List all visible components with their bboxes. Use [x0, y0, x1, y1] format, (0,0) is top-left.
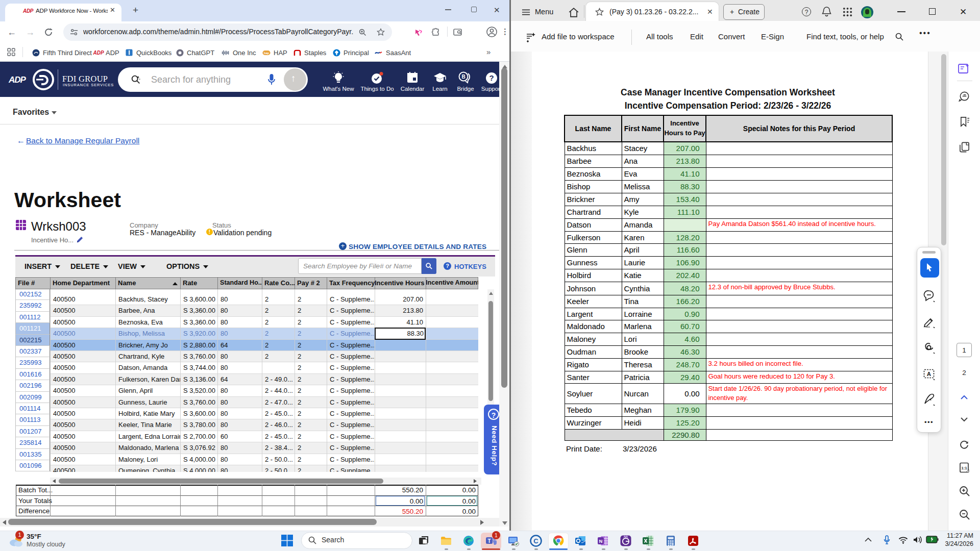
svg-text:1:1: 1:1 — [961, 466, 967, 470]
svg-text:N: N — [599, 538, 603, 544]
svg-text:A: A — [927, 371, 931, 377]
svg-text:hap: hap — [264, 51, 270, 54]
svg-text:C: C — [533, 537, 538, 545]
svg-text:B: B — [461, 74, 465, 80]
svg-text:T: T — [487, 538, 491, 544]
svg-text:?: ? — [489, 73, 494, 82]
